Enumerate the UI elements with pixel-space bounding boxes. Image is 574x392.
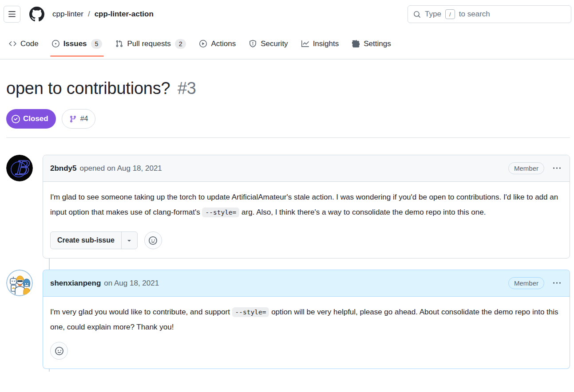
tab-label: Code: [20, 39, 39, 48]
issue-state-label: Closed: [23, 114, 48, 123]
avatar-2bndy5[interactable]: B: [6, 155, 33, 181]
search-placeholder-prefix: Type: [425, 10, 441, 19]
tab-pull-requests[interactable]: Pull requests 2: [111, 28, 190, 59]
app-header: cpp-linter / cpp-linter-action Type / to…: [0, 0, 574, 28]
comment-bubble: shenxianpeng on Aug 18, 2021 Member I'm …: [43, 270, 570, 369]
add-reaction-button[interactable]: [144, 231, 162, 249]
comment-actions: [50, 342, 562, 360]
chevron-down-icon: [126, 237, 133, 244]
comment-author[interactable]: shenxianpeng: [50, 279, 101, 288]
timeline-connector: [49, 369, 50, 372]
tab-insights[interactable]: Insights: [297, 28, 344, 59]
breadcrumb-repo[interactable]: cpp-linter-action: [95, 10, 154, 19]
avatar-shenxianpeng[interactable]: [6, 270, 33, 296]
graph-icon: [301, 40, 309, 47]
comment-author[interactable]: 2bndy5: [50, 164, 77, 173]
git-branch-icon: [69, 115, 77, 123]
comment-options-button[interactable]: [551, 163, 562, 174]
slash-key-hint: /: [445, 9, 455, 19]
issue-opened-icon: [52, 40, 59, 47]
tab-actions[interactable]: Actions: [195, 28, 240, 59]
kebab-horizontal-icon: [553, 279, 561, 287]
search-icon: [413, 11, 421, 18]
inline-code: --style=: [232, 307, 269, 317]
breadcrumb-org[interactable]: cpp-linter: [52, 10, 83, 19]
comment-bubble: 2bndy5 opened on Aug 18, 2021 Member I'm…: [43, 155, 570, 259]
tab-settings[interactable]: Settings: [348, 28, 395, 59]
create-sub-issue-split-button: Create sub-issue: [50, 231, 138, 249]
smiley-icon: [55, 347, 63, 355]
issue-main: open to contributions? #3 Closed #4: [0, 78, 574, 372]
tab-security[interactable]: Security: [245, 28, 292, 59]
breadcrumb: cpp-linter / cpp-linter-action: [52, 10, 154, 19]
create-sub-issue-dropdown-button[interactable]: [121, 232, 137, 249]
svg-text:B: B: [14, 157, 30, 179]
section-divider: [6, 137, 570, 138]
issues-count-badge: 5: [91, 39, 103, 49]
github-logo[interactable]: [29, 7, 44, 22]
comment: B 2bndy5 opened on Aug 18, 2021 Member: [6, 155, 570, 259]
pull-requests-count-badge: 2: [175, 39, 186, 49]
comment-header: shenxianpeng on Aug 18, 2021 Member: [43, 270, 570, 297]
issue-title: open to contributions? #3: [6, 78, 570, 98]
shield-icon: [249, 40, 257, 47]
comment-text: I'm very glad you would like to contribu…: [50, 305, 562, 335]
search-placeholder-suffix: to search: [459, 10, 490, 19]
comment-actions: Create sub-issue: [50, 231, 562, 249]
tab-label: Insights: [313, 39, 339, 48]
member-badge: Member: [508, 162, 544, 174]
repo-nav: Code Issues 5 Pull requests 2 Actions Se…: [0, 28, 574, 59]
tab-label: Issues: [63, 39, 87, 48]
github-mark-icon: [29, 7, 44, 22]
hamburger-icon: [8, 10, 16, 18]
create-sub-issue-button[interactable]: Create sub-issue: [51, 232, 121, 249]
git-pull-request-icon: [115, 40, 123, 47]
avatar-illustration: [6, 270, 33, 296]
add-reaction-button[interactable]: [50, 342, 68, 360]
member-badge: Member: [508, 277, 544, 289]
issue-number: #3: [178, 79, 196, 98]
github-issue-page: cpp-linter / cpp-linter-action Type / to…: [0, 0, 574, 372]
kebab-horizontal-icon: [553, 165, 561, 172]
tab-label: Security: [261, 39, 288, 48]
gear-icon: [352, 40, 360, 47]
search-input[interactable]: Type / to search: [408, 5, 571, 23]
tab-issues[interactable]: Issues 5: [48, 28, 107, 59]
comment-timestamp: on Aug 18, 2021: [104, 279, 159, 288]
comment-text: I'm glad to see someone taking up the to…: [50, 190, 562, 220]
tab-label: Pull requests: [127, 39, 170, 48]
issue-title-text: open to contributions?: [6, 79, 170, 98]
avatar-illustration: B: [6, 155, 33, 181]
issue-closed-icon: [12, 115, 20, 123]
comment-options-button[interactable]: [551, 278, 562, 289]
issue-state-badge: Closed: [6, 109, 56, 129]
issue-timeline: B 2bndy5 opened on Aug 18, 2021 Member: [6, 155, 570, 372]
comment: shenxianpeng on Aug 18, 2021 Member I'm …: [6, 270, 570, 369]
tab-label: Settings: [364, 39, 391, 48]
play-icon: [199, 40, 207, 47]
linked-pr-number: #4: [80, 115, 88, 123]
tab-code[interactable]: Code: [4, 28, 43, 59]
comment-header: 2bndy5 opened on Aug 18, 2021 Member: [43, 155, 570, 182]
comment-timestamp: opened on Aug 18, 2021: [80, 164, 162, 173]
smiley-icon: [149, 236, 157, 245]
global-nav-menu-button[interactable]: [4, 6, 20, 23]
breadcrumb-separator: /: [88, 10, 90, 19]
comment-body: I'm glad to see someone taking up the to…: [43, 182, 570, 258]
issue-status-row: Closed #4: [6, 109, 570, 129]
code-icon: [9, 40, 16, 47]
comment-body: I'm very glad you would like to contribu…: [43, 297, 570, 368]
timeline-connector: [49, 259, 50, 270]
tab-label: Actions: [211, 39, 236, 48]
linked-pr-badge[interactable]: #4: [62, 109, 96, 129]
inline-code: --style=: [202, 208, 239, 217]
